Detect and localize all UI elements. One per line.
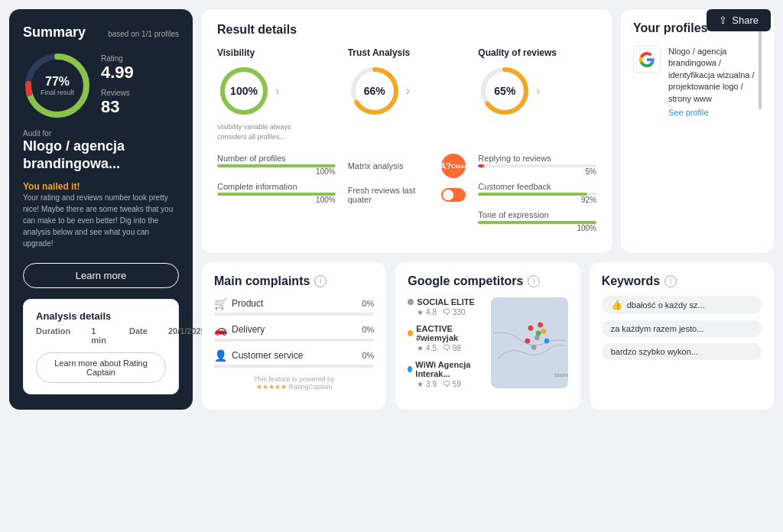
nailed-it-desc: Your rating and reviews number look pret… [23,192,179,249]
delivery-pct: 0% [362,325,374,334]
audit-name: Nlogo / agencja brandingowa... [23,138,179,174]
summary-title: Summary [23,24,86,41]
trust-value: 66% [364,85,385,97]
learn-more-button[interactable]: Learn more [23,263,179,288]
product-icon: 🛒 [214,297,227,310]
competitor-reviews-3: 🗨 59 [443,380,461,388]
analysis-details-title: Analysis details [36,310,166,322]
keyword-tag-3: bardzo szybko wykon... [602,343,762,360]
visibility-value: 100% [230,85,258,97]
keywords-info-icon[interactable]: i [664,275,677,287]
competitor-dot-1 [408,299,414,305]
complete-info-value: 100% [217,196,336,204]
reviews-value: 83 [101,97,134,117]
keyword-tag-2: za każdym razem jesto... [602,320,762,337]
svg-point-13 [534,335,540,340]
svg-point-14 [544,339,550,344]
complete-info-item: Complete information 100% [217,182,336,204]
right-detail-items: Replying to reviews 5% Customer feedback… [478,154,596,232]
replying-value: 5% [478,167,596,176]
matrix-items: Matrix analysis A?Class Fresh reviews la… [348,154,466,232]
date-label: Date [129,326,148,345]
keywords-panel: Keywords i 👍 dbałość o każdy sz... za ka… [590,262,774,410]
replying-item: Replying to reviews 5% [478,154,596,176]
competitor-reviews-1: 🗨 330 [443,308,465,316]
result-details-title: Result details [217,23,596,37]
profiles-scrollbar[interactable] [759,29,762,109]
competitor-map: business [491,297,568,388]
visibility-label: Visibility [217,47,255,58]
customer-service-icon: 👤 [214,349,227,362]
final-percent: 77% [41,75,74,89]
feedback-value: 92% [478,196,596,204]
based-on-label: based on 1/1 profiles [108,30,179,38]
tone-item: Tone of expression 100% [478,210,596,232]
quality-nav-arrow[interactable]: › [536,84,540,98]
rating-value: 4.99 [101,63,134,83]
customer-service-pct: 0% [362,351,374,360]
date-value: 20/1/2025 [168,326,206,345]
svg-point-10 [528,326,534,331]
competitor-list: SOCIAL ELITE ★ 4.8 🗨 330 EACTIVE #wiemyj… [408,297,485,388]
competitor-name-3: WiWi Agencja Interak... [415,360,485,378]
svg-rect-9 [491,307,568,378]
svg-text:business: business [555,372,568,378]
tone-value: 100% [478,224,596,232]
delivery-label: Delivery [232,324,265,335]
share-icon: ⇧ [719,15,727,26]
delivery-icon: 🚗 [214,323,227,336]
fresh-reviews-label: Fresh reviews last quater [348,186,436,204]
svg-point-17 [536,331,541,336]
complaint-delivery: 🚗 Delivery 0% [214,323,374,342]
svg-point-11 [538,323,543,328]
competitor-name-1: SOCIAL ELITE [417,297,475,307]
fresh-reviews-toggle[interactable] [441,188,466,202]
keyword-text-3: bardzo szybko wykon... [611,347,698,356]
rating-label: Rating [101,54,134,63]
profile-card: Nlogo / agencja brandingowa / identyfika… [633,46,762,117]
svg-point-16 [531,345,537,350]
competitor-social-elite: SOCIAL ELITE ★ 4.8 🗨 330 [408,297,485,316]
fresh-reviews-item: Fresh reviews last quater [348,186,466,204]
share-button[interactable]: ⇧ Share [707,9,771,31]
keyword-tag-1: 👍 dbałość o każdy sz... [602,296,762,314]
keywords-title: Keywords [602,274,660,288]
competitors-title: Google competitors [408,274,523,288]
summary-panel: Summary based on 1/1 profiles 77% Final … [9,9,193,410]
powered-label: This feature is powered by [214,375,374,383]
audit-for-label: Audit for [23,129,179,138]
product-pct: 0% [362,299,374,308]
duration-label: Duration [36,326,70,345]
main-complaints-panel: Main complaints i 🛒 Product 0% 🚗 Deliver… [202,262,386,410]
profile-name: Nlogo / agencja brandingowa / identyfika… [668,46,762,105]
svg-point-12 [541,329,546,334]
visibility-nav-arrow[interactable]: › [275,84,279,98]
complaint-product: 🛒 Product 0% [214,297,374,316]
feedback-item: Customer feedback 92% [478,182,596,204]
product-label: Product [232,298,263,309]
matrix-analysis-item: Matrix analysis A?Class [348,154,466,178]
see-profile-link[interactable]: See profile [668,108,762,117]
result-details-panel: Result details Visibility 100% › Visibil… [202,9,612,253]
competitors-info-icon[interactable]: i [528,275,540,287]
keyword-text-2: za każdym razem jesto... [611,324,704,333]
replying-label: Replying to reviews [478,154,596,163]
competitor-wiwi: WiWi Agencja Interak... ★ 3.9 🗨 59 [408,360,485,388]
learn-captain-button[interactable]: Learn more about Rating Captain [36,352,166,383]
competitor-reviews-2: 🗨 98 [443,344,461,352]
quality-value: 65% [494,85,515,97]
visibility-circle: 100% [217,64,271,118]
feedback-label: Customer feedback [478,182,596,191]
left-detail-items: Number of profiles 100% Complete informa… [217,154,336,232]
your-profiles-panel: Your profiles Nlogo / agencja brandingow… [621,9,774,253]
matrix-analysis-label: Matrix analysis [348,161,436,170]
customer-service-label: Customer service [232,350,303,361]
svg-point-15 [525,339,530,344]
quality-label: Quality of reviews [478,47,557,58]
trust-nav-arrow[interactable]: › [406,84,410,98]
thumb-icon-1: 👍 [611,300,622,310]
matrix-badge: A?Class [441,154,466,178]
complaints-info-icon[interactable]: i [314,275,327,287]
final-score-donut: 77% Final result [23,51,92,120]
final-label: Final result [41,89,74,96]
